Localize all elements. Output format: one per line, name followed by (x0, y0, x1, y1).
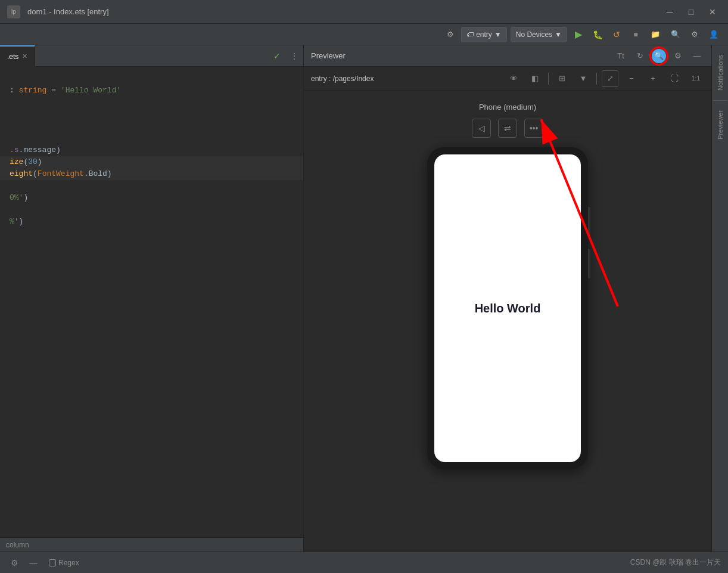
code-line (0, 204, 303, 216)
previewer-header: Previewer Tt ↻ 🔍 ⚙ — (304, 45, 711, 67)
code-line (0, 109, 303, 120)
debug-button[interactable]: 🐛 (590, 27, 605, 42)
code-editor[interactable]: : string = 'Hello World' .s.message) ize… (0, 67, 303, 537)
window-controls: ─ □ ✕ (661, 4, 721, 20)
user-button[interactable]: 👤 (705, 27, 722, 42)
regex-button[interactable]: Regex (45, 556, 83, 570)
minimize-button[interactable]: — (690, 49, 704, 63)
phone-frame: Hello World (427, 147, 588, 469)
maximize-button[interactable]: □ (683, 4, 699, 20)
code-line: .s.message) (0, 144, 303, 156)
code-line (0, 132, 303, 144)
tab-close-icon[interactable]: ✕ (22, 52, 27, 60)
editor-tabs: .ets ✕ ✓ ⋮ (0, 45, 303, 67)
gear-button[interactable]: ⚙ (687, 27, 702, 42)
settings-button[interactable]: ⚙ (671, 49, 685, 63)
previewer-label[interactable]: Previewer (714, 106, 726, 144)
page-path: entry : /pages/Index (311, 75, 500, 83)
editor-panel: .ets ✕ ✓ ⋮ : string = 'Hello World' .s.m… (0, 45, 304, 552)
phone-label: Phone (medium) (479, 103, 536, 111)
app-logo: lp (7, 5, 20, 18)
zoom-out-button[interactable]: − (623, 70, 640, 87)
resize-button[interactable]: ⤢ (602, 70, 618, 87)
previewer-content: Phone (medium) ◁ ⇄ ••• Hello World (304, 91, 711, 552)
check-mark: ✓ (273, 51, 281, 61)
code-line (0, 180, 303, 192)
layers-button[interactable]: ◧ (527, 70, 543, 87)
bottom-gear-button[interactable]: ⚙ (7, 556, 21, 570)
search-button[interactable]: 🔍 (667, 27, 684, 42)
top-toolbar: ⚙ 🏷 entry ▼ No Devices ▼ ▶ 🐛 ↺ ■ 📁 🔍 ⚙ 👤 (0, 24, 728, 45)
entry-dropdown[interactable]: 🏷 entry ▼ (461, 27, 507, 42)
grid-button[interactable]: ⊞ (553, 70, 570, 87)
previewer-title: Previewer (311, 51, 346, 60)
phone-more-button[interactable]: ••• (524, 119, 543, 138)
stop-button[interactable]: ■ (628, 27, 643, 42)
grid-dropdown[interactable]: ▼ (575, 70, 592, 87)
expand-button[interactable]: ⛶ (666, 70, 683, 87)
folder-button[interactable]: 📁 (647, 27, 664, 42)
no-devices-dropdown[interactable]: No Devices ▼ (511, 27, 567, 42)
eye-button[interactable]: 👁 (505, 70, 522, 87)
run-button[interactable]: ▶ (571, 27, 586, 42)
inspect-button[interactable]: 🔍 (652, 49, 666, 63)
tab-menu-button[interactable]: ⋮ (285, 51, 303, 61)
right-sidebar: Notifications Previewer (711, 45, 728, 552)
text-size-button[interactable]: Tt (614, 49, 628, 63)
close-button[interactable]: ✕ (704, 4, 721, 20)
settings-icon-button[interactable]: ⚙ (443, 27, 458, 42)
inspect-icon-wrapper: 🔍 (652, 49, 666, 63)
phone-screen: Hello World (434, 154, 581, 462)
title-bar: lp dom1 - Index.ets [entry] ─ □ ✕ (0, 0, 728, 24)
main-layout: .ets ✕ ✓ ⋮ : string = 'Hello World' .s.m… (0, 45, 728, 552)
ratio-button[interactable]: 1:1 (687, 70, 704, 87)
editor-status-bar: column (0, 537, 303, 552)
zoom-in-button[interactable]: + (645, 70, 661, 87)
phone-back-button[interactable]: ◁ (472, 119, 491, 138)
code-line: %') (0, 216, 303, 228)
editor-tab-active[interactable]: .ets ✕ (0, 45, 35, 67)
refresh-button[interactable]: ↻ (633, 49, 647, 63)
minimize-button[interactable]: ─ (661, 4, 678, 20)
window-title: dom1 - Index.ets [entry] (27, 7, 654, 16)
notifications-label[interactable]: Notifications (714, 50, 726, 95)
code-line (0, 73, 303, 85)
code-line: ize(30) (0, 156, 303, 168)
phone-flip-button[interactable]: ⇄ (498, 119, 517, 138)
code-line: eight(FontWeight.Bold) (0, 168, 303, 180)
code-line: : string = 'Hello World' (0, 85, 303, 97)
bottom-collapse-button[interactable]: — (26, 556, 41, 570)
previewer-toolbar: entry : /pages/Index 👁 ◧ ⊞ ▼ ⤢ − + ⛶ 1:1 (304, 67, 711, 91)
code-line (0, 97, 303, 109)
code-line: 0%') (0, 192, 303, 204)
regex-checkbox[interactable] (49, 559, 56, 566)
rerun-button[interactable]: ↺ (609, 27, 624, 42)
bottom-right-text: CSDN @跟 耿瑞 卷出一片天 (630, 557, 721, 568)
code-line (0, 120, 303, 132)
bottom-bar: ⚙ — Regex CSDN @跟 耿瑞 卷出一片天 (0, 552, 728, 573)
hello-world-text: Hello World (475, 302, 541, 315)
phone-controls: ◁ ⇄ ••• (472, 119, 543, 138)
previewer-panel: Previewer Tt ↻ 🔍 ⚙ — entry : /pages/Inde… (304, 45, 711, 552)
